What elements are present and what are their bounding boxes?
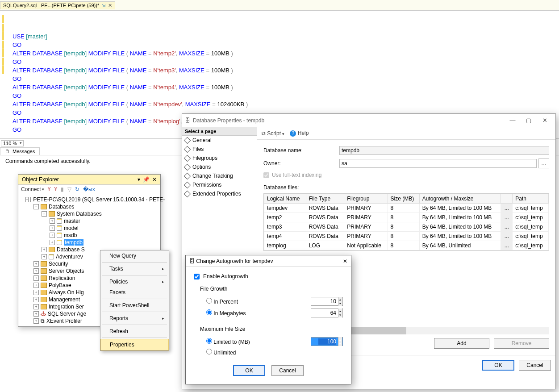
folder-icon — [49, 211, 55, 217]
stop-icon[interactable]: ¥ — [54, 186, 57, 192]
ok-button[interactable]: OK — [482, 360, 514, 371]
dlg-main-toolbar: ⧉ Script ▾ ? Help — [257, 127, 555, 140]
dbname-field — [339, 146, 549, 155]
disconnect-icon[interactable]: ¥ — [48, 186, 51, 192]
zoom-dropdown[interactable]: 110 % — [1, 140, 24, 146]
cancel-button[interactable]: Cancel — [271, 365, 304, 376]
dlg-title-bar[interactable]: 🗄 Database Properties - tempdb — ▢ ✕ — [182, 114, 555, 127]
page-permissions[interactable]: Permissions — [182, 180, 257, 189]
script-button[interactable]: ⧉ Script ▾ — [262, 130, 284, 137]
pin-icon[interactable]: ⇲ — [102, 3, 105, 8]
help-button[interactable]: ? Help — [290, 130, 309, 137]
messages-tab[interactable]: 🗒 Messages — [0, 147, 40, 155]
cm-powershell[interactable]: Start PowerShell — [100, 300, 169, 311]
refresh-icon[interactable]: ↻ — [75, 186, 79, 192]
folder-icon — [41, 290, 47, 295]
chevron-right-icon: ▸ — [162, 279, 164, 284]
ok-button[interactable]: OK — [233, 365, 265, 376]
minimize-icon[interactable]: — — [505, 116, 521, 125]
cancel-button[interactable]: Cancel — [519, 360, 551, 371]
page-files[interactable]: Files — [182, 145, 257, 154]
table-row[interactable]: temp4ROWS DataPRIMARY8By 64 MB, Limited … — [264, 232, 549, 241]
filter-icon[interactable]: ▮ — [61, 186, 64, 192]
dlg-side-header: Select a page — [182, 127, 257, 136]
wrench-icon — [184, 146, 191, 153]
owner-browse-button[interactable]: … — [538, 158, 549, 168]
editor-tab-bar: SQLQuery2.sql - PE...(PETE-PC\pete (59))… — [0, 0, 559, 11]
database-icon — [57, 225, 62, 231]
activity-icon[interactable]: �ых — [83, 186, 95, 192]
system-databases-node[interactable]: −System Databases — [18, 210, 160, 217]
cm-tasks[interactable]: Tasks▸ — [100, 263, 169, 274]
messages-tab-label: Messages — [13, 149, 35, 154]
maximize-icon[interactable]: ▢ — [521, 116, 537, 125]
wrench-icon — [184, 190, 191, 197]
limited-spinner[interactable] — [311, 337, 343, 346]
connect-button[interactable]: Connect ▾ — [21, 186, 44, 192]
wrench-icon — [184, 181, 191, 188]
close-icon[interactable]: ✕ — [537, 116, 553, 125]
enable-autogrowth-checkbox[interactable] — [194, 274, 200, 279]
xevent-icon: ⧉ — [41, 318, 45, 324]
chevron-right-icon: ▸ — [162, 316, 164, 321]
page-change-tracking[interactable]: Change Tracking — [182, 171, 257, 180]
percent-label: In Percent — [213, 299, 238, 305]
autog-title-text: Change Autogrowth for tempdev — [196, 258, 273, 264]
page-filegroups[interactable]: Filegroups — [182, 154, 257, 163]
cm-new-query[interactable]: New Query — [100, 250, 169, 261]
percent-spinner[interactable] — [311, 297, 343, 306]
fulltext-label: Use full-text indexing — [272, 172, 321, 178]
megabytes-label: In Megabytes — [213, 310, 246, 317]
table-row[interactable]: temp3ROWS DataPRIMARY8By 64 MB, Limited … — [264, 222, 549, 232]
page-general[interactable]: General — [182, 136, 257, 145]
db-master[interactable]: +master — [18, 217, 160, 225]
dropdown-icon[interactable]: ▾ — [138, 176, 140, 183]
db-model[interactable]: +model — [18, 225, 160, 232]
owner-label: Owner: — [263, 160, 339, 167]
cm-refresh[interactable]: Refresh — [100, 326, 169, 337]
add-button[interactable]: Add — [434, 338, 489, 349]
editor-tab[interactable]: SQLQuery2.sql - PE...(PETE-PC\pete (59))… — [0, 1, 115, 9]
unlimited-label: Unlimited — [213, 350, 236, 356]
close-icon[interactable]: ✕ — [343, 258, 347, 264]
percent-radio[interactable] — [206, 298, 212, 304]
page-extended-properties[interactable]: Extended Properties — [182, 189, 257, 198]
db-msdb[interactable]: +msdb — [18, 232, 160, 239]
wrench-icon — [184, 154, 191, 162]
cm-policies[interactable]: Policies▸ — [100, 276, 169, 287]
dlg-title-text: Database Properties - tempdb — [193, 117, 264, 124]
limited-radio[interactable] — [206, 338, 212, 344]
folder-icon — [41, 297, 47, 302]
cm-properties[interactable]: Properties — [100, 339, 169, 350]
database-icon — [49, 254, 54, 259]
oe-toolbar: Connect ▾ ¥ ¥ ▮ ▽ ↻ �ых — [18, 185, 160, 194]
close-icon[interactable]: ✕ — [108, 3, 112, 8]
owner-field[interactable] — [339, 159, 537, 168]
cm-reports[interactable]: Reports▸ — [100, 313, 169, 324]
pin-icon[interactable]: 📌 — [143, 176, 150, 183]
editor-gutter — [2, 15, 9, 117]
files-grid[interactable]: Logical NameFile TypeFilegroupSize (MB)A… — [263, 193, 549, 251]
cm-facets[interactable]: Facets — [100, 287, 169, 298]
autog-title-bar[interactable]: 🗄 Change Autogrowth for tempdev ✕ — [186, 255, 351, 267]
filegrowth-label: File Growth — [200, 286, 343, 292]
close-icon[interactable]: ✕ — [152, 176, 157, 183]
megabytes-radio[interactable] — [206, 309, 212, 315]
database-icon — [57, 218, 62, 224]
unlimited-radio[interactable] — [206, 349, 212, 354]
databases-node[interactable]: −Databases — [18, 203, 160, 210]
db-tempdb[interactable]: +tempdb — [18, 239, 160, 246]
fulltext-checkbox — [263, 172, 269, 178]
database-icon — [57, 240, 62, 245]
folder-icon — [41, 261, 47, 267]
folder-icon — [41, 275, 47, 281]
server-node[interactable]: −PETE-PC\SQL2019 (SQL Server 15.0.1000.3… — [18, 196, 160, 203]
megabytes-spinner[interactable] — [311, 309, 343, 317]
table-row[interactable]: templogLOGNot Applicable8By 64 MB, Unlim… — [264, 241, 549, 250]
filter2-icon[interactable]: ▽ — [67, 186, 71, 192]
folder-icon — [41, 283, 47, 288]
table-row[interactable]: tempdevROWS DataPRIMARY8By 64 MB, Limite… — [264, 204, 549, 213]
db-icon: 🗄 — [189, 258, 195, 264]
page-options[interactable]: Options — [182, 163, 257, 171]
table-row[interactable]: temp2ROWS DataPRIMARY8By 64 MB, Limited … — [264, 213, 549, 222]
